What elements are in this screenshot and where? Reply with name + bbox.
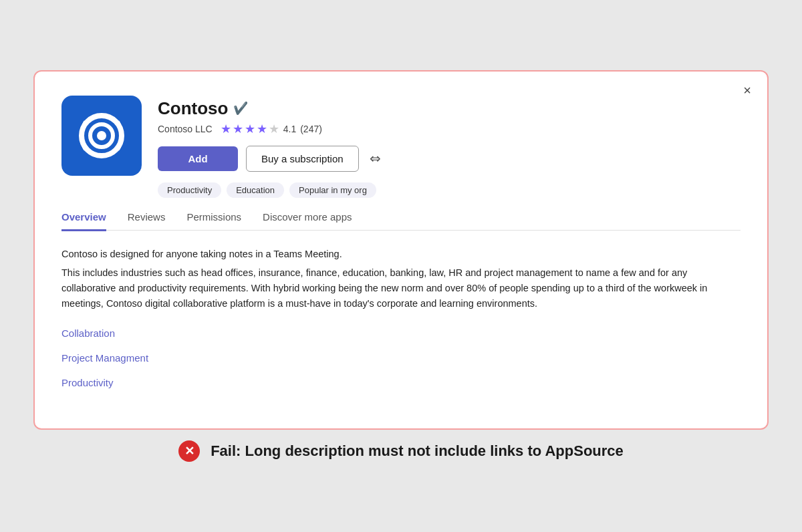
verified-icon: ✔️ xyxy=(233,101,248,116)
fail-icon: ✕ xyxy=(178,440,200,462)
link-productivity[interactable]: Productivity xyxy=(61,377,741,388)
tag-popular[interactable]: Popular in my org xyxy=(289,182,376,198)
star-2: ★ xyxy=(233,122,243,136)
star-3: ★ xyxy=(245,122,255,136)
tab-content-overview: Contoso is designed for anyone taking no… xyxy=(61,231,741,412)
fail-message: Fail: Long description must not include … xyxy=(211,442,624,460)
star-5: ★ xyxy=(269,122,279,136)
svg-point-2 xyxy=(97,131,106,140)
app-icon xyxy=(61,96,142,176)
star-4: ★ xyxy=(257,122,267,136)
link-project-management[interactable]: Project Managment xyxy=(61,352,741,364)
modal-body: × Contoso ✔️ xyxy=(35,72,767,428)
app-publisher-row: Contoso LLC ★ ★ ★ ★ ★ 4.1 (247) xyxy=(158,122,741,136)
action-row: Add Buy a subscription ⇔ xyxy=(158,146,741,172)
tab-permissions[interactable]: Permissions xyxy=(186,211,241,231)
fail-section: ✕ Fail: Long description must not includ… xyxy=(152,440,650,462)
link-icon[interactable]: ⇔ xyxy=(370,150,381,166)
fail-icon-label: ✕ xyxy=(184,445,194,457)
link-collaboration[interactable]: Collabration xyxy=(61,327,741,339)
publisher-name: Contoso LLC xyxy=(158,124,213,134)
tab-discover[interactable]: Discover more apps xyxy=(263,211,352,231)
tag-productivity[interactable]: Productivity xyxy=(158,182,221,198)
star-1: ★ xyxy=(221,122,231,136)
app-detail-modal: × Contoso ✔️ xyxy=(33,70,769,430)
app-logo-svg xyxy=(72,106,132,166)
description-line2: This includes industries such as head of… xyxy=(61,265,741,312)
rating-value: 4.1 xyxy=(283,124,296,134)
app-name: Contoso xyxy=(158,98,228,119)
subscribe-button[interactable]: Buy a subscription xyxy=(246,146,359,172)
close-button[interactable]: × xyxy=(743,84,751,97)
app-info: Contoso ✔️ Contoso LLC ★ ★ ★ ★ ★ 4.1 (24… xyxy=(158,96,741,198)
tab-bar: Overview Reviews Permissions Discover mo… xyxy=(61,211,741,231)
add-button[interactable]: Add xyxy=(158,146,238,171)
description-line1: Contoso is designed for anyone taking no… xyxy=(61,247,741,262)
page-wrapper: × Contoso ✔️ xyxy=(0,0,802,532)
review-count: (247) xyxy=(300,124,322,134)
tag-education[interactable]: Education xyxy=(227,182,284,198)
tab-overview[interactable]: Overview xyxy=(61,211,106,231)
tags-row: Productivity Education Popular in my org xyxy=(158,182,741,198)
app-description: Contoso is designed for anyone taking no… xyxy=(61,247,741,311)
app-header: Contoso ✔️ Contoso LLC ★ ★ ★ ★ ★ 4.1 (24… xyxy=(61,96,741,198)
app-title-row: Contoso ✔️ xyxy=(158,98,741,119)
tab-reviews[interactable]: Reviews xyxy=(128,211,166,231)
star-rating: ★ ★ ★ ★ ★ 4.1 (247) xyxy=(221,122,322,136)
